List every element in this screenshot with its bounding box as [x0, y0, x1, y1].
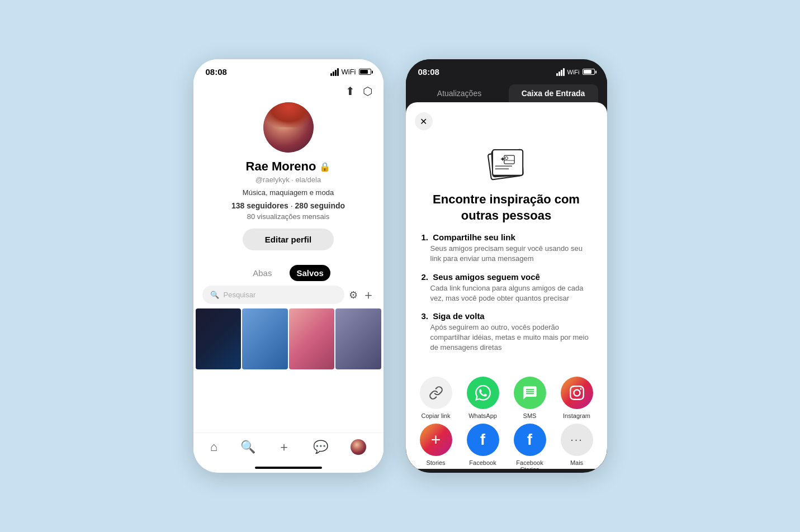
- tab-nav-dark: Atualizações Caixa de Entrada: [406, 80, 607, 102]
- copy-link-icon: [420, 377, 452, 409]
- phone-left: 08:08 WiFi ⬆ ⬡: [193, 59, 384, 473]
- wifi-icon-right: WiFi: [567, 69, 580, 75]
- profile-handle: @raelykyk · ela/dela: [255, 175, 321, 184]
- signal-bars-right: [556, 68, 565, 76]
- tab-atualizacoes[interactable]: Atualizações: [415, 84, 504, 102]
- signal-bar-1: [330, 73, 332, 76]
- step-3-desc: Após seguirem ao outro, vocês poderão co…: [422, 322, 591, 353]
- share-copy-link[interactable]: Copiar link: [415, 377, 457, 419]
- add-icon[interactable]: ＋: [362, 287, 375, 303]
- step-2-desc: Cada link funciona para alguns amigos de…: [422, 283, 591, 303]
- step-3-header: 3. Siga de volta: [422, 311, 591, 321]
- battery-fill-right: [584, 70, 591, 74]
- search-icon: 🔍: [210, 291, 219, 299]
- sms-label: SMS: [523, 412, 537, 419]
- battery-left: [359, 69, 371, 75]
- signal-bar-r2: [558, 72, 560, 76]
- stories-label: Stories: [426, 459, 445, 466]
- nav-add-icon[interactable]: ＋: [278, 439, 290, 455]
- status-bar-right: 08:08 WiFi: [406, 59, 607, 80]
- share-icon[interactable]: ⬆: [345, 84, 355, 98]
- nav-search-icon[interactable]: 🔍: [240, 440, 255, 454]
- nav-home-icon[interactable]: ⌂: [210, 440, 217, 454]
- image-thumb-2[interactable]: [242, 308, 288, 369]
- facebook-stories-label: Facebook Stories: [509, 459, 551, 469]
- search-placeholder: Pesquisar: [224, 291, 256, 299]
- signal-bar-4: [337, 68, 339, 76]
- share-sms[interactable]: SMS: [509, 377, 551, 419]
- wifi-icon-left: WiFi: [342, 68, 356, 76]
- close-button[interactable]: ✕: [415, 112, 433, 130]
- sheet-title: Encontre inspiração com outras pessoas: [406, 192, 607, 224]
- tab-caixa-entrada[interactable]: Caixa de Entrada: [509, 84, 598, 102]
- signal-bar-r4: [563, 68, 565, 76]
- right-content: Atualizações Caixa de Entrada ✕: [406, 80, 607, 469]
- step-1-header: 1. Compartilhe seu link: [422, 232, 591, 242]
- more-icon: ···: [561, 424, 593, 456]
- illustration: ✦: [406, 130, 607, 192]
- share-more[interactable]: ··· Mais: [556, 424, 598, 469]
- avatar: [263, 102, 314, 153]
- home-indicator-left: [255, 467, 322, 469]
- step-2: 2. Seus amigos seguem você Cada link fun…: [422, 272, 591, 303]
- profile-screen: ⬆ ⬡ Rae Moreno 🔒 @raelykyk · ela/dela Mú…: [193, 80, 384, 469]
- tabs-row: Abas Salvos: [193, 265, 384, 281]
- battery-right: [583, 69, 595, 75]
- profile-views: 80 visualizações mensais: [247, 212, 329, 221]
- sms-icon: [514, 377, 546, 409]
- step-2-header: 2. Seus amigos seguem você: [422, 272, 591, 282]
- nav-messages-icon[interactable]: 💬: [313, 440, 328, 454]
- profile-name: Rae Moreno 🔒: [246, 159, 331, 174]
- share-stories[interactable]: + Stories: [415, 424, 457, 469]
- share-grid: Copiar link WhatsApp SMS: [406, 370, 607, 469]
- signal-bars-left: [330, 68, 339, 76]
- search-row: 🔍 Pesquisar ⚙ ＋: [193, 281, 384, 308]
- status-bar-left: 08:08 WiFi: [193, 59, 384, 80]
- profile-header: Rae Moreno 🔒 @raelykyk · ela/dela Música…: [193, 102, 384, 256]
- status-time-right: 08:08: [418, 67, 439, 77]
- image-thumb-3[interactable]: [289, 308, 335, 369]
- image-thumb-4[interactable]: [335, 308, 381, 369]
- share-facebook[interactable]: f Facebook: [462, 424, 504, 469]
- phone-right: 08:08 WiFi Atualizações Caixa de Entrada: [406, 59, 607, 473]
- images-grid: [193, 308, 384, 433]
- edit-profile-button[interactable]: Editar perfil: [243, 229, 334, 250]
- instagram-icon: [561, 377, 593, 409]
- whatsapp-icon: [467, 377, 499, 409]
- signal-bar-3: [335, 70, 337, 76]
- share-facebook-stories[interactable]: f Facebook Stories: [509, 424, 551, 469]
- battery-fill-left: [360, 70, 368, 74]
- step-1: 1. Compartilhe seu link Seus amigos prec…: [422, 232, 591, 264]
- avatar-image: [263, 102, 314, 153]
- facebook-stories-icon: f: [514, 424, 546, 456]
- bottom-sheet: ✕ ✦: [406, 102, 607, 469]
- phones-container: 08:08 WiFi ⬆ ⬡: [193, 59, 607, 473]
- status-icons-left: WiFi: [330, 68, 371, 76]
- tab-salvos[interactable]: Salvos: [290, 265, 330, 281]
- step-1-desc: Seus amigos precisam seguir você usando …: [422, 244, 591, 264]
- filter-icon[interactable]: ⚙: [349, 289, 358, 301]
- profile-stats: 138 seguidores · 280 seguindo: [231, 201, 345, 210]
- nav-avatar[interactable]: [351, 439, 366, 455]
- tab-abas[interactable]: Abas: [246, 265, 278, 281]
- shield-icon[interactable]: ⬡: [363, 84, 372, 98]
- copy-link-label: Copiar link: [422, 412, 451, 419]
- search-box[interactable]: 🔍 Pesquisar: [202, 286, 344, 304]
- share-instagram[interactable]: Instagram: [556, 377, 598, 419]
- svg-rect-2: [493, 150, 523, 175]
- share-whatsapp[interactable]: WhatsApp: [462, 377, 504, 419]
- whatsapp-label: WhatsApp: [468, 412, 497, 419]
- profile-bio: Música, maquiagem e moda: [243, 188, 334, 197]
- inspiration-illustration: ✦: [479, 141, 534, 186]
- signal-bar-2: [333, 72, 334, 76]
- status-icons-right: WiFi: [556, 68, 595, 76]
- signal-bar-r1: [556, 73, 558, 76]
- instagram-label: Instagram: [563, 412, 590, 419]
- facebook-icon: f: [467, 424, 499, 456]
- more-label: Mais: [570, 459, 583, 466]
- lock-icon: 🔒: [319, 162, 330, 172]
- status-time-left: 08:08: [206, 67, 227, 77]
- facebook-label: Facebook: [469, 459, 496, 466]
- signal-bar-r3: [561, 70, 562, 76]
- image-thumb-1[interactable]: [196, 308, 242, 369]
